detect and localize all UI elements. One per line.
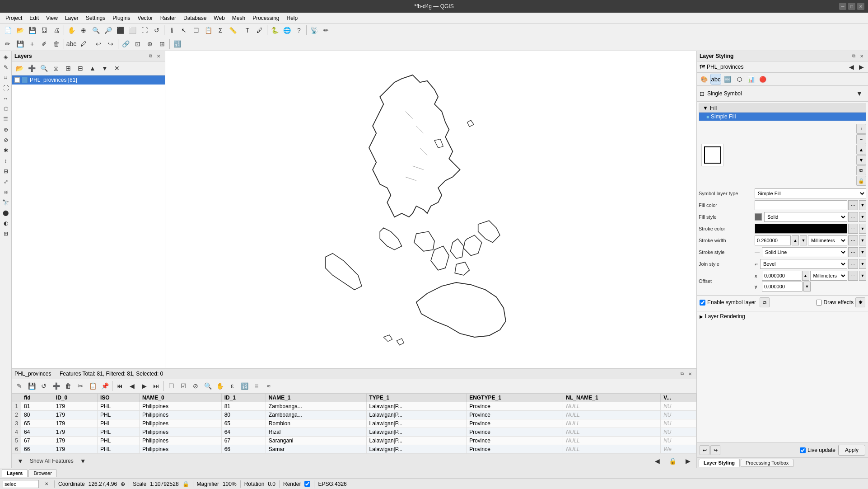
draw-effects-checkbox[interactable] — [816, 300, 822, 306]
field-calc-btn[interactable]: 🔢 — [171, 38, 183, 50]
attr-last-btn[interactable]: ⏭ — [150, 380, 162, 392]
open-project-button[interactable]: 📂 — [14, 24, 26, 36]
annotation2-btn[interactable]: 🖊 — [78, 38, 89, 50]
menu-raster[interactable]: Raster — [157, 14, 180, 22]
close-button[interactable]: ✕ — [857, 3, 864, 10]
style-redo-btn[interactable]: ↪ — [710, 445, 720, 455]
fill-color-box[interactable] — [755, 200, 847, 210]
offset-arrow-btn[interactable]: ▼ — [859, 271, 866, 281]
attr-invert-btn[interactable]: ⊘ — [190, 380, 201, 392]
delete-btn[interactable]: 🗑 — [51, 38, 62, 50]
stroke-width-arrow-btn[interactable]: ▼ — [859, 235, 866, 245]
col-type1[interactable]: TYPE_1 — [366, 394, 467, 402]
attr-lock-btn[interactable]: 🔒 — [667, 455, 678, 467]
attr-add-btn[interactable]: ➕ — [50, 380, 62, 392]
draw-effects-btn[interactable]: ✱ — [855, 297, 865, 307]
attr-save-btn[interactable]: 💾 — [26, 380, 37, 392]
attr-table-float-button[interactable]: ⧉ — [678, 370, 686, 377]
menu-project[interactable]: Project — [2, 14, 26, 22]
offset-unit-select[interactable]: Millimeters — [810, 271, 848, 281]
layer-rendering-header[interactable]: ▶ Layer Rendering — [700, 313, 865, 320]
attr-paste-btn[interactable]: 📌 — [99, 380, 111, 392]
sidebar-icon-6[interactable]: ⬡ — [1, 104, 11, 114]
stroke-style-expr-btn[interactable]: ⋯ — [848, 247, 858, 257]
renderer-dropdown-btn[interactable]: ▼ — [854, 88, 865, 99]
window-controls[interactable]: ─ □ ✕ — [839, 3, 864, 10]
table-row[interactable]: 1 81 179 PHL Philippines 81 Zamboanga...… — [12, 402, 696, 411]
sidebar-icon-15[interactable]: 🔭 — [1, 197, 11, 207]
col-rownum[interactable] — [12, 394, 21, 402]
attr-zoom-btn[interactable]: 🔍 — [202, 380, 214, 392]
styling-history-fwd-btn[interactable]: ▶ — [857, 63, 865, 71]
symbol-layer-type-select[interactable]: Simple Fill — [755, 188, 866, 198]
layer-visibility-checkbox[interactable]: ✓ — [14, 77, 20, 83]
snap2-btn[interactable]: ⊡ — [132, 38, 144, 50]
sidebar-icon-11[interactable]: ↕ — [1, 156, 11, 166]
layers-panel-close-button[interactable]: ✕ — [155, 52, 162, 60]
measure-button[interactable]: 📏 — [227, 24, 238, 36]
layers-add-button[interactable]: ➕ — [26, 62, 37, 74]
new-project-button[interactable]: 📄 — [2, 24, 14, 36]
minimize-button[interactable]: ─ — [839, 3, 846, 10]
statistics-button[interactable]: Σ — [215, 24, 226, 36]
sidebar-icon-17[interactable]: ◐ — [1, 218, 11, 228]
symbol-dupe-btn[interactable]: ⧉ — [856, 165, 866, 175]
menu-view[interactable]: View — [42, 14, 61, 22]
layers-remove-button[interactable]: ✕ — [111, 62, 123, 74]
layer-item-phl-provinces[interactable]: ✓ PHL_provinces [81] — [12, 75, 165, 85]
attr-filter-drop-btn[interactable]: ▼ — [77, 455, 89, 467]
layers-open-button[interactable]: 📂 — [14, 62, 25, 74]
attr-edit-btn[interactable]: ✎ — [14, 380, 25, 392]
style-tab-color[interactable]: 🎨 — [699, 74, 709, 85]
python-button[interactable]: 🐍 — [269, 24, 280, 36]
table-row[interactable]: 5 67 179 PHL Philippines 67 Sarangani La… — [12, 437, 696, 445]
zoom-full-button[interactable]: ⛶ — [139, 24, 150, 36]
attr-cond-btn[interactable]: ≡ — [251, 380, 262, 392]
identify-button[interactable]: ℹ — [166, 24, 177, 36]
join-style-select[interactable]: Bevel — [760, 259, 847, 269]
enable-symbol-checkbox[interactable] — [700, 300, 705, 306]
annotation-button[interactable]: T — [242, 24, 253, 36]
zoom-out-button[interactable]: 🔎 — [102, 24, 114, 36]
attr-expr-btn[interactable]: ε — [226, 380, 238, 392]
gps-button[interactable]: 📡 — [308, 24, 320, 36]
stroke-style-arrow-btn[interactable]: ▼ — [859, 247, 866, 257]
offset-expr-btn[interactable]: ⋯ — [848, 271, 858, 281]
sidebar-icon-12[interactable]: ⊟ — [1, 166, 11, 176]
print-button[interactable]: 🖨 — [51, 24, 62, 36]
tab-layers[interactable]: Layers — [2, 469, 28, 477]
apply-button[interactable]: Apply — [838, 445, 865, 456]
attr-deselect-btn[interactable]: ☑ — [177, 380, 189, 392]
undo-btn[interactable]: ↩ — [93, 38, 104, 50]
select-button[interactable]: ↖ — [178, 24, 190, 36]
attr-table-close-button[interactable]: ✕ — [686, 370, 694, 377]
offset-x-up-btn[interactable]: ▲ — [802, 271, 809, 281]
col-name1[interactable]: NAME_1 — [266, 394, 366, 402]
fill-color-arrow-btn[interactable]: ▼ — [859, 200, 866, 210]
join-style-arrow-btn[interactable]: ▼ — [859, 259, 866, 269]
pan-button[interactable]: ✋ — [65, 24, 77, 36]
zoom-in-button[interactable]: 🔍 — [90, 24, 102, 36]
attr-delete-btn[interactable]: 🗑 — [62, 380, 74, 392]
attr-scroll-left[interactable]: ◀ — [651, 455, 663, 467]
stroke-width-up-btn[interactable]: ▲ — [792, 235, 799, 245]
style-tab-mask[interactable]: 🔴 — [757, 74, 768, 85]
save-button[interactable]: 💾 — [26, 24, 38, 36]
menu-settings[interactable]: Settings — [82, 14, 109, 22]
menu-web[interactable]: Web — [210, 14, 228, 22]
stroke-style-select[interactable]: Solid Line — [762, 247, 847, 257]
symbol-down-btn[interactable]: ▼ — [856, 155, 866, 165]
tab-processing-toolbox[interactable]: Processing Toolbox — [741, 459, 793, 467]
style-undo-btn[interactable]: ↩ — [700, 445, 709, 455]
col-iso[interactable]: ISO — [97, 394, 139, 402]
symbol-remove-btn[interactable]: − — [856, 134, 866, 144]
offset-y-input[interactable] — [762, 282, 803, 292]
tab-browser[interactable]: Browser — [28, 469, 56, 477]
table-row[interactable]: 6 66 179 PHL Philippines 66 Samar Lalawi… — [12, 445, 696, 454]
sidebar-icon-3[interactable]: ⌗ — [1, 73, 11, 83]
attr-copy-btn[interactable]: 📋 — [87, 380, 98, 392]
col-id1[interactable]: ID_1 — [221, 394, 266, 402]
help-icon-button[interactable]: ? — [293, 24, 305, 36]
enable-symbol-copy-btn[interactable]: ⧉ — [760, 297, 770, 307]
attr-field-calc-btn[interactable]: 🔢 — [238, 380, 250, 392]
